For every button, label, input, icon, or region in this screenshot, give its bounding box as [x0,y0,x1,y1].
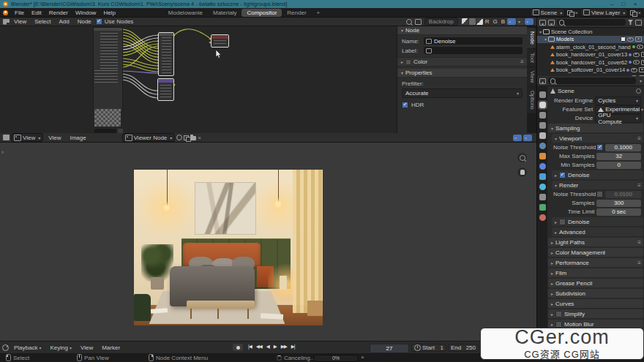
remove-view-layer-icon[interactable] [637,10,641,16]
object-data-properties-tab[interactable] [539,204,546,211]
grid-menu-icon[interactable]: ≡ [520,59,523,65]
current-frame-field[interactable]: 27 [370,344,409,353]
image-menu-view[interactable]: View [45,135,64,141]
toolbar-expand-arrow[interactable]: › [1,148,4,156]
new-collection-icon[interactable] [635,20,642,26]
grease-pencil-panel-header[interactable]: Grease Pencil [548,279,643,287]
end-frame-field[interactable]: End 250 [448,344,479,352]
channel-r-button[interactable]: R [484,18,491,25]
curves-panel-header[interactable]: Curves [548,299,643,308]
add-workspace-button[interactable]: + [312,9,326,17]
new-view-layer-icon[interactable] [630,10,635,15]
display-color-alpha-icon[interactable] [462,18,468,25]
time-limit-value[interactable]: 0 sec [596,208,641,216]
channel-g-button[interactable]: G [491,18,498,25]
prefilter-dropdown[interactable]: Accurate [402,88,523,98]
sampling-panel-header[interactable]: Sampling [548,124,643,132]
tab-view[interactable]: View [527,67,536,86]
use-nodes-checkbox[interactable] [96,18,102,25]
previous-keyframe-button[interactable]: ◀◀ [255,343,263,350]
new-image-icon[interactable] [184,135,189,140]
output-properties-tab[interactable] [539,112,546,118]
workspace-tab-modelowanie[interactable]: Modelowanie [163,9,208,17]
exclude-checkbox[interactable] [621,37,626,42]
render-denoise-checkbox[interactable] [559,219,566,225]
disclosure-icon[interactable] [544,36,547,42]
lightgroup-mix-node[interactable] [158,32,174,76]
device-dropdown[interactable]: GPU Compute [595,114,641,123]
properties-editor-icon[interactable] [539,78,546,84]
advanced-panel-header[interactable]: Advanced [552,227,643,236]
disable-render-icon[interactable] [635,37,642,42]
scene-selector[interactable]: Scene [530,8,566,17]
composite-node[interactable] [211,34,229,48]
keying-menu[interactable]: Keying [46,344,75,351]
properties-filter-icon[interactable] [638,78,642,84]
properties-search[interactable] [548,78,636,84]
image-datablock-selector[interactable]: Viewer Node [122,133,176,142]
constraints-properties-tab[interactable] [539,194,546,200]
particles-properties-tab[interactable] [539,173,546,180]
image-options-icon[interactable] [523,135,532,141]
denoise-node[interactable] [157,78,174,101]
open-image-icon[interactable] [190,136,196,140]
menu-window[interactable]: Window [72,10,100,16]
cancel-job-icon[interactable]: × [361,354,364,361]
node-panel-header[interactable]: Node [397,26,527,35]
play-reverse-button[interactable]: ◀ [265,343,271,350]
workspace-tab-materialy[interactable]: Materiały [208,9,242,17]
preset-menu-icon[interactable]: ≡ [637,260,640,266]
disable-render-icon[interactable] [639,67,644,72]
hide-eye-icon[interactable] [637,45,643,49]
menu-file[interactable]: File [11,10,28,16]
tab-options[interactable]: Options [527,87,536,113]
jump-to-start-button[interactable]: |◀ [247,343,253,350]
outliner-display-mode-icon[interactable] [548,20,555,26]
noise-threshold-checkbox[interactable] [596,144,603,151]
backdrop-button[interactable]: Backdrop [424,18,458,26]
start-frame-field[interactable]: Start 1 [411,344,446,352]
film-panel-header[interactable]: Film [548,268,643,277]
modifier-properties-tab[interactable] [539,163,546,170]
jump-to-end-button[interactable]: ▶| [290,343,296,350]
hide-eye-icon[interactable] [633,60,640,64]
render-panel-header[interactable]: Render ≡ [552,181,643,189]
playback-menu[interactable]: Playback [10,344,45,351]
render-engine-dropdown[interactable]: Cycles [595,97,641,105]
outliner-row-scene-collection[interactable]: Scene Collection [537,28,644,36]
hide-eye-icon[interactable] [631,68,637,72]
filter-icon[interactable] [628,20,633,25]
simplify-panel-header[interactable]: Simplify [548,309,643,318]
noise-threshold-value[interactable]: 0.1000 [605,144,641,151]
node-label-field[interactable] [424,47,523,54]
menu-edit[interactable]: Edit [28,10,45,16]
properties-panel-header[interactable]: Properties [397,69,527,78]
render-noise-threshold-value[interactable]: 0.0100 [605,191,641,198]
blender-menu-icon[interactable] [3,10,8,15]
viewport-denoise-panel-header[interactable]: Denoise [552,170,643,179]
comp-menu-node[interactable]: Node [74,18,95,25]
properties-search-input[interactable] [557,78,634,85]
preset-menu-icon[interactable]: ≡ [637,182,640,189]
editor-type-icon[interactable] [3,19,10,25]
outliner-row-object[interactable]: alarm_clock_01_second_hand [537,43,644,51]
display-color-icon[interactable] [469,18,476,25]
physics-properties-tab[interactable] [539,184,546,190]
pin-icon[interactable] [636,88,641,94]
image-menu-image[interactable]: Image [66,135,89,141]
pin-image-icon[interactable] [176,135,182,140]
viewport-denoise-checkbox[interactable] [559,172,566,178]
render-properties-tab[interactable] [539,102,546,108]
channel-b-button[interactable]: B [500,18,506,25]
max-samples-value[interactable]: 32 [596,153,641,160]
disable-render-icon[interactable] [641,60,644,65]
minimize-button[interactable]: – [606,1,618,7]
pan-gizmo[interactable] [517,167,527,177]
close-button[interactable]: × [629,1,641,7]
zoom-gizmo[interactable] [517,153,527,162]
render-denoise-panel-header[interactable]: Denoise [552,217,643,226]
view-layer-properties-tab[interactable] [539,122,546,129]
view-layer-selector[interactable]: View Layer [580,8,628,17]
marker-menu[interactable]: Marker [98,344,124,351]
hide-eye-icon[interactable] [633,53,640,57]
